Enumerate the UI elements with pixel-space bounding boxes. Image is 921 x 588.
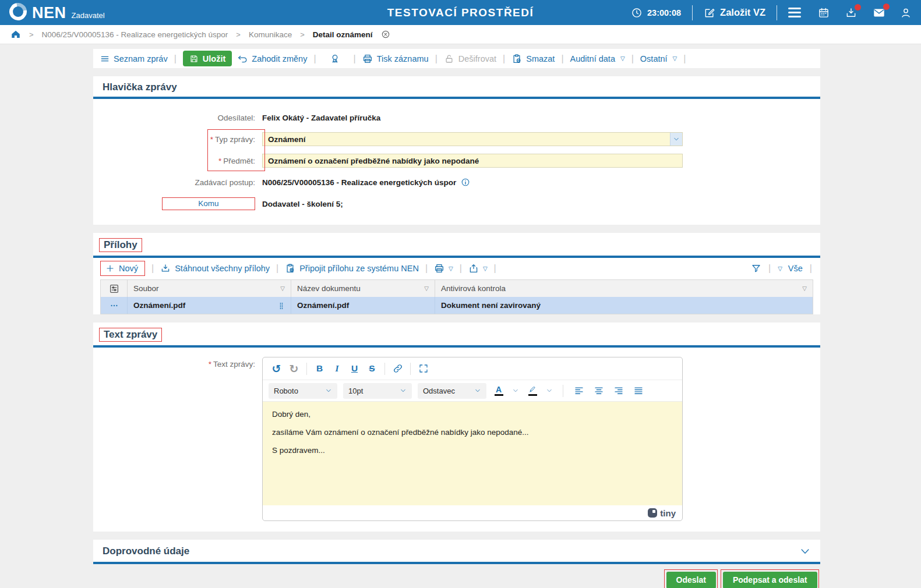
printer-icon bbox=[362, 54, 373, 64]
breadcrumb-item-procedure[interactable]: N006/25/V00005136 - Realizace energetick… bbox=[42, 30, 228, 39]
calendar-icon[interactable] bbox=[818, 7, 830, 19]
undo-arrow-icon bbox=[237, 54, 248, 64]
chevron-down-icon[interactable] bbox=[799, 546, 811, 557]
breadcrumb-separator: > bbox=[236, 30, 241, 39]
message-line: Dobrý den, bbox=[272, 410, 673, 419]
message-header-section: Hlavička zprávy Odesílatel: Felix Okátý … bbox=[93, 76, 820, 225]
redo-button[interactable]: ↻ bbox=[286, 361, 302, 376]
section-header: Text zprávy bbox=[93, 323, 820, 348]
message-line: zasíláme Vám oznámení o označení předběž… bbox=[272, 428, 673, 437]
color-swatch bbox=[528, 394, 537, 396]
fullscreen-button[interactable] bbox=[415, 361, 431, 376]
clipboard-attach-icon bbox=[285, 263, 295, 274]
zahodit-zmeny-button[interactable]: Zahodit změny bbox=[237, 54, 307, 64]
font-family-select[interactable]: Roboto bbox=[269, 383, 337, 399]
brand-text: NEN bbox=[32, 7, 66, 20]
row-actions-button[interactable] bbox=[101, 297, 128, 314]
novy-button[interactable]: Nový bbox=[100, 261, 145, 276]
odeslat-button[interactable]: Odeslat bbox=[666, 572, 716, 588]
column-header-nazev: Název dokumentu bbox=[297, 284, 361, 293]
triangle-down-icon[interactable]: ▽ bbox=[778, 265, 782, 272]
certificate-seal-button[interactable] bbox=[323, 54, 347, 64]
info-icon[interactable] bbox=[461, 178, 470, 187]
align-center-icon[interactable] bbox=[594, 385, 604, 396]
breadcrumb-item-komunikace[interactable]: Komunikace bbox=[249, 30, 292, 39]
align-left-icon[interactable] bbox=[574, 385, 584, 396]
highlight-color-button[interactable] bbox=[526, 383, 539, 398]
predmet-label: *Předmět: bbox=[93, 157, 262, 165]
pripojit-prilohu-button[interactable]: Připojit přílohu ze systému NEN bbox=[285, 263, 419, 274]
table-header-row: Soubor ▽ Název dokumentu ▽ Antivirová ko… bbox=[101, 280, 813, 297]
text-color-button[interactable]: A bbox=[492, 383, 505, 398]
auditni-data-dropdown[interactable]: Auditní data ▽ bbox=[570, 54, 625, 63]
export-attachments-dropdown[interactable]: ▽ bbox=[468, 263, 488, 274]
undo-button[interactable]: ↺ bbox=[269, 361, 284, 376]
print-attachments-dropdown[interactable]: ▽ bbox=[434, 263, 453, 274]
ulozit-button[interactable]: Uložit bbox=[183, 51, 232, 66]
align-justify-icon[interactable] bbox=[633, 385, 644, 396]
section-title: Doprovodné údaje bbox=[103, 546, 189, 557]
rich-text-editor: ↺ ↻ B I U S bbox=[262, 357, 683, 521]
zalozit-vz-button[interactable]: Založit VZ bbox=[704, 7, 765, 19]
collapse-header[interactable]: Doprovodné údaje bbox=[93, 540, 820, 564]
link-icon bbox=[393, 363, 403, 374]
strikethrough-button[interactable]: S bbox=[364, 361, 380, 376]
column-header-antivir: Antivirová kontrola bbox=[441, 284, 506, 293]
filter-button[interactable] bbox=[751, 263, 761, 274]
chevron-down-icon[interactable] bbox=[512, 387, 519, 394]
cell-soubor: Oznámení.pdf bbox=[133, 301, 185, 310]
stahnout-prilohy-button[interactable]: Stáhnout všechny přílohy bbox=[160, 263, 270, 274]
annotation-box-odeslat: Odeslat bbox=[664, 569, 718, 588]
menu-icon[interactable] bbox=[788, 8, 801, 18]
chevron-down-icon bbox=[325, 387, 332, 394]
seznam-zprav-button[interactable]: Seznam zpráv bbox=[100, 54, 168, 63]
home-icon[interactable] bbox=[10, 29, 21, 40]
column-filter-icon[interactable]: ▽ bbox=[424, 285, 429, 292]
underline-button[interactable]: U bbox=[347, 361, 362, 376]
footer-actions: Odeslat Podepsat a odeslat bbox=[93, 564, 820, 588]
divider bbox=[692, 5, 693, 20]
session-time: 23:00:08 bbox=[647, 8, 681, 17]
close-tab-icon[interactable] bbox=[381, 30, 390, 39]
vse-filter-dropdown[interactable]: Vše bbox=[788, 264, 803, 273]
column-filter-icon[interactable]: ▽ bbox=[280, 285, 285, 292]
align-right-icon[interactable] bbox=[613, 385, 624, 396]
predmet-input[interactable]: Oznámení o označení předběžné nabídky ja… bbox=[262, 154, 683, 168]
drag-handle-icon[interactable] bbox=[278, 302, 285, 309]
editor-status-bar: tiny bbox=[263, 505, 682, 520]
save-icon bbox=[189, 54, 199, 63]
tisk-zaznamu-button[interactable]: Tisk záznamu bbox=[362, 54, 429, 64]
brand-area[interactable]: NEN Zadavatel bbox=[9, 3, 105, 23]
notification-badge bbox=[883, 3, 890, 10]
link-button[interactable] bbox=[390, 361, 405, 376]
user-icon[interactable] bbox=[900, 7, 912, 19]
komu-button[interactable]: Komu bbox=[162, 197, 255, 210]
typ-zpravy-select[interactable]: Oznámení bbox=[262, 132, 683, 146]
clock-icon bbox=[631, 7, 643, 19]
font-size-select[interactable]: 10pt bbox=[343, 383, 412, 399]
column-settings-button[interactable] bbox=[101, 280, 128, 297]
smazat-button[interactable]: Smazat bbox=[511, 54, 555, 64]
podepsat-a-odeslat-button[interactable]: Podepsat a odeslat bbox=[723, 572, 817, 588]
editor-toolbar-row2: Roboto 10pt Odstavec A bbox=[263, 380, 682, 402]
italic-button[interactable]: I bbox=[329, 361, 345, 376]
cell-nazev: Oznámení.pdf bbox=[297, 301, 349, 310]
block-format-select[interactable]: Odstavec bbox=[418, 383, 486, 399]
action-toolbar: Seznam zpráv | Uložit Zahodit změny | | … bbox=[93, 49, 820, 68]
chevron-down-icon[interactable] bbox=[546, 387, 553, 394]
bold-button[interactable]: B bbox=[312, 361, 327, 376]
funnel-icon bbox=[751, 263, 761, 274]
table-row[interactable]: Oznámení.pdf Oznámení.pdf Dokument není … bbox=[101, 297, 813, 314]
messages-button[interactable] bbox=[873, 6, 885, 19]
text-zpravy-label: *Text zprávy: bbox=[93, 357, 262, 369]
downloads-button[interactable] bbox=[845, 7, 857, 19]
typ-zpravy-label: *Typ zprávy: bbox=[93, 135, 262, 144]
odesilatel-value: Felix Okátý - Zadavatel příručka bbox=[262, 114, 380, 122]
ostatni-dropdown[interactable]: Ostatní ▽ bbox=[640, 54, 677, 63]
chevron-down-icon[interactable] bbox=[670, 133, 682, 146]
editor-content-area[interactable]: Dobrý den, zasíláme Vám oznámení o označ… bbox=[263, 402, 682, 505]
column-filter-icon[interactable]: ▽ bbox=[802, 285, 807, 292]
sliders-icon bbox=[109, 284, 119, 294]
desifrovat-button[interactable]: Dešifrovat bbox=[444, 54, 496, 64]
section-title: Přílohy bbox=[99, 238, 142, 252]
